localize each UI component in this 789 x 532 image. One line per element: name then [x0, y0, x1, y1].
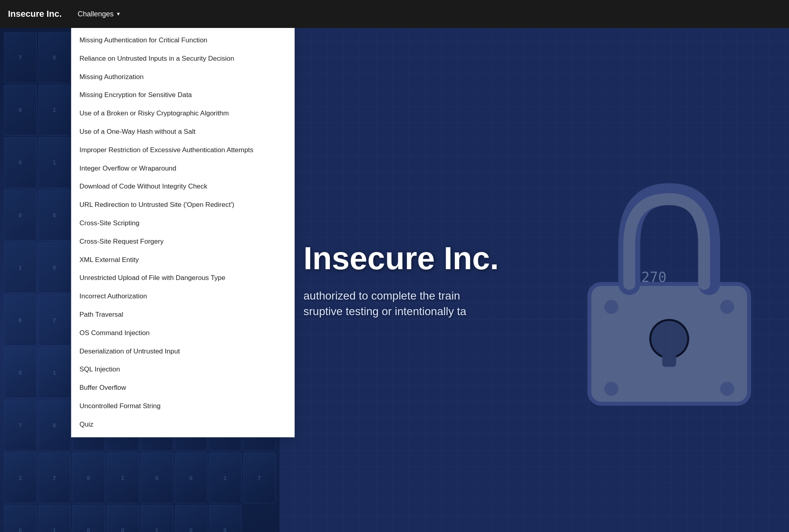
- hero-subtitle-line2: sruptive testing or intentionally ta: [303, 305, 466, 318]
- dropdown-item-sql-injection[interactable]: SQL Injection: [71, 360, 294, 379]
- key: 1: [38, 347, 71, 399]
- dropdown-item-unrestricted-upload[interactable]: Unrestricted Upload of File with Dangero…: [71, 269, 294, 287]
- key: 0: [141, 453, 173, 504]
- key: 7: [4, 32, 37, 83]
- dropdown-item-reliance-untrusted[interactable]: Reliance on Untrusted Inputs in a Securi…: [71, 50, 294, 68]
- key: 7: [4, 400, 37, 451]
- dropdown-item-download-integrity[interactable]: Download of Code Without Integrity Check: [71, 177, 294, 196]
- svg-text:270: 270: [641, 269, 666, 285]
- key: 0: [72, 453, 105, 504]
- lock-icon: 270: [549, 28, 789, 532]
- key: 0: [38, 190, 71, 241]
- key: 0: [4, 347, 37, 399]
- dropdown-item-integer-overflow[interactable]: Integer Overflow or Wraparound: [71, 159, 294, 178]
- dropdown-item-missing-auth-critical[interactable]: Missing Authentication for Critical Func…: [71, 31, 294, 50]
- key: 1: [141, 505, 173, 532]
- key: 7: [243, 453, 276, 504]
- key: 0: [209, 505, 242, 532]
- dropdown-item-improper-restriction[interactable]: Improper Restriction of Excessive Authen…: [71, 141, 294, 159]
- svg-point-7: [720, 382, 734, 396]
- key: 0: [4, 85, 37, 136]
- key: 7: [38, 295, 71, 346]
- svg-point-4: [605, 300, 619, 314]
- dropdown-item-os-command-injection[interactable]: OS Command Injection: [71, 324, 294, 342]
- dropdown-item-path-traversal[interactable]: Path Traversal: [71, 306, 294, 324]
- svg-rect-3: [662, 339, 676, 367]
- dropdown-item-xxe[interactable]: XML External Entity: [71, 251, 294, 269]
- svg-point-6: [605, 382, 619, 396]
- key: 0: [38, 32, 71, 83]
- dropdown-item-missing-encryption[interactable]: Missing Encryption for Sensitive Data: [71, 86, 294, 104]
- key: 1: [4, 453, 37, 504]
- key: 0: [175, 505, 208, 532]
- dropdown-item-xss[interactable]: Cross-Site Scripting: [71, 214, 294, 232]
- key: 0: [4, 190, 37, 241]
- dropdown-item-broken-crypto[interactable]: Use of a Broken or Risky Cryptographic A…: [71, 104, 294, 123]
- key: 7: [38, 453, 71, 504]
- key: 0: [38, 400, 71, 451]
- dropdown-item-missing-authorization[interactable]: Missing Authorization: [71, 68, 294, 86]
- key: 0: [107, 505, 139, 532]
- challenges-dropdown-button[interactable]: Challenges ▼: [74, 7, 125, 22]
- key: 0: [4, 137, 37, 188]
- key: 1: [4, 242, 37, 293]
- key: 1: [209, 453, 242, 504]
- dropdown-item-deserialization[interactable]: Deserialization of Untrusted Input: [71, 342, 294, 361]
- dropdown-item-url-redirection[interactable]: URL Redirection to Untrusted Site ('Open…: [71, 196, 294, 214]
- brand-name: Insecure Inc.: [8, 9, 62, 19]
- svg-point-5: [720, 300, 734, 314]
- navbar: Insecure Inc. Challenges ▼: [0, 0, 789, 28]
- dropdown-item-format-string[interactable]: Uncontrolled Format String: [71, 397, 294, 415]
- key: 0: [4, 505, 37, 532]
- key: 1: [107, 453, 139, 504]
- key: 1: [38, 505, 71, 532]
- key: 0: [175, 453, 208, 504]
- key: 1: [38, 85, 71, 136]
- hero-subtitle-line1: authorized to complete the train: [303, 290, 460, 302]
- chevron-down-icon: ▼: [116, 11, 121, 17]
- dropdown-item-csrf[interactable]: Cross-Site Request Forgery: [71, 232, 294, 251]
- dropdown-item-quiz[interactable]: Quiz: [71, 415, 294, 434]
- challenges-label: Challenges: [78, 10, 114, 18]
- key: 0: [72, 505, 105, 532]
- challenges-dropdown-menu: Missing Authentication for Critical Func…: [71, 28, 295, 437]
- dropdown-item-one-way-hash[interactable]: Use of a One-Way Hash without a Salt: [71, 123, 294, 141]
- dropdown-item-incorrect-authorization[interactable]: Incorrect Authorization: [71, 287, 294, 306]
- key: 1: [38, 137, 71, 188]
- key: 0: [4, 295, 37, 346]
- dropdown-item-buffer-overflow[interactable]: Buffer Overflow: [71, 379, 294, 397]
- key: 0: [38, 242, 71, 293]
